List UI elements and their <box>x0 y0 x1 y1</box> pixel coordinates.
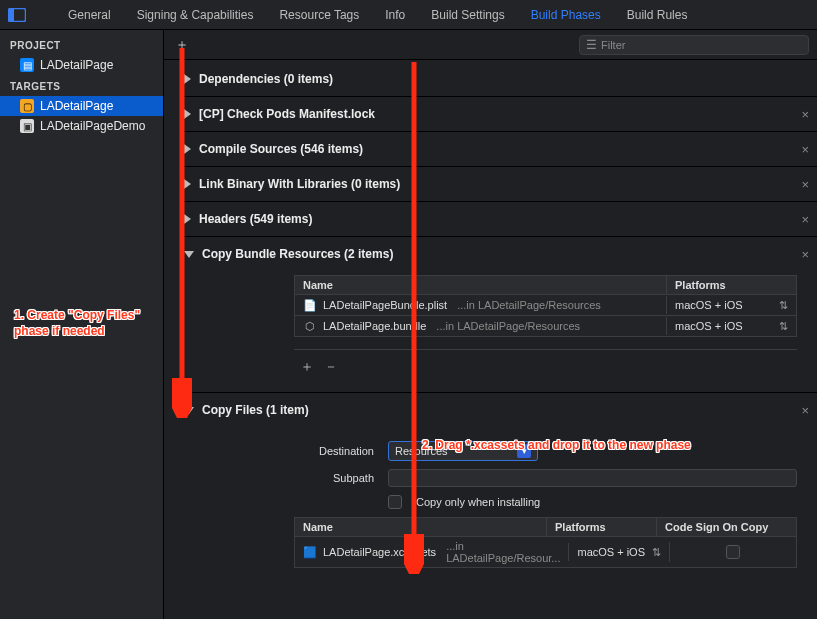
destination-select[interactable]: Resources ▾ <box>388 441 538 461</box>
tab-build-phases[interactable]: Build Phases <box>531 8 601 22</box>
file-name: LADetailPage.xcassets <box>323 546 436 558</box>
copy-bundle-header: Name Platforms <box>294 275 797 295</box>
phase-title: Headers (549 items) <box>199 212 312 226</box>
disclosure-icon[interactable] <box>184 144 191 154</box>
filter-icon: ☰ <box>586 38 597 52</box>
bundle-icon: ⬡ <box>303 319 317 333</box>
phase-title: Dependencies (0 items) <box>199 72 333 86</box>
disclosure-icon[interactable] <box>184 179 191 189</box>
tab-signing[interactable]: Signing & Capabilities <box>137 8 254 22</box>
platforms-value: macOS + iOS <box>675 299 743 311</box>
disclosure-icon[interactable] <box>184 407 194 414</box>
phase-title: Link Binary With Libraries (0 items) <box>199 177 400 191</box>
subpath-input[interactable] <box>388 469 797 487</box>
phases-list: Dependencies (0 items) [CP] Check Pods M… <box>164 60 817 619</box>
plist-icon: 📄 <box>303 298 317 312</box>
copy-files-body: Destination Resources ▾ Subpath Copy onl… <box>294 441 797 568</box>
file-path: ...in LADetailPage/Resources <box>436 320 580 332</box>
disclosure-icon[interactable] <box>184 214 191 224</box>
tab-info[interactable]: Info <box>385 8 405 22</box>
copy-only-row: Copy only when installing <box>294 495 797 509</box>
file-path: ...in LADetailPage/Resources <box>457 299 601 311</box>
destination-row: Destination Resources ▾ <box>294 441 797 461</box>
copy-files-header: Name Platforms Code Sign On Copy <box>294 517 797 537</box>
phase-dependencies[interactable]: Dependencies (0 items) <box>180 62 817 97</box>
subpath-label: Subpath <box>294 472 374 484</box>
filter-field[interactable]: ☰ <box>579 35 809 55</box>
sidebar-target-label: LADetailPageDemo <box>40 119 145 133</box>
add-item-button[interactable]: ＋ <box>300 358 314 376</box>
xcodeproj-icon: ▤ <box>20 58 34 72</box>
copy-only-checkbox[interactable] <box>388 495 402 509</box>
col-name: Name <box>295 518 546 536</box>
col-platforms: Platforms <box>666 276 796 294</box>
file-name: LADetailPage.bundle <box>323 320 426 332</box>
platforms-value: macOS + iOS <box>577 546 645 558</box>
remove-phase-button[interactable]: × <box>801 403 809 418</box>
col-platforms: Platforms <box>546 518 656 536</box>
copy-only-label: Copy only when installing <box>416 496 540 508</box>
sidebar-targets-heading: TARGETS <box>0 75 163 96</box>
table-row[interactable]: 📄 LADetailPageBundle.plist ...in LADetai… <box>294 295 797 316</box>
table-row[interactable]: ⬡ LADetailPage.bundle ...in LADetailPage… <box>294 316 797 337</box>
tab-resource-tags[interactable]: Resource Tags <box>279 8 359 22</box>
editor-tabbar: General Signing & Capabilities Resource … <box>0 0 817 30</box>
phase-headers[interactable]: Headers (549 items) × <box>180 202 817 237</box>
sidebar-toggle-icon[interactable] <box>6 6 28 24</box>
phase-title: Copy Files (1 item) <box>202 403 309 417</box>
phase-copy-files[interactable]: Copy Files (1 item) × Destination Resour… <box>180 393 817 582</box>
sidebar-target-ladetailpage[interactable]: ▢ LADetailPage <box>0 96 163 116</box>
chevron-updown-icon: ▾ <box>517 444 531 458</box>
sidebar-target-ladetailpagedemo[interactable]: ▣ LADetailPageDemo <box>0 116 163 136</box>
disclosure-icon[interactable] <box>184 109 191 119</box>
sidebar-project-item[interactable]: ▤ LADetailPage <box>0 55 163 75</box>
add-phase-button[interactable]: ＋ <box>172 35 192 55</box>
file-name: LADetailPageBundle.plist <box>323 299 447 311</box>
platforms-value: macOS + iOS <box>675 320 743 332</box>
col-name: Name <box>295 276 666 294</box>
phase-link-binary[interactable]: Link Binary With Libraries (0 items) × <box>180 167 817 202</box>
disclosure-icon[interactable] <box>184 251 194 258</box>
phase-cp-pods[interactable]: [CP] Check Pods Manifest.lock × <box>180 97 817 132</box>
sidebar-project-heading: PROJECT <box>0 34 163 55</box>
target-tabs: General Signing & Capabilities Resource … <box>28 8 817 22</box>
svg-rect-1 <box>9 9 14 21</box>
remove-phase-button[interactable]: × <box>801 247 809 262</box>
remove-item-button[interactable]: － <box>324 358 338 376</box>
tab-general[interactable]: General <box>68 8 111 22</box>
disclosure-icon[interactable] <box>184 74 191 84</box>
phase-compile-sources[interactable]: Compile Sources (546 items) × <box>180 132 817 167</box>
table-row[interactable]: 🟦 LADetailPage.xcassets ...in LADetailPa… <box>294 537 797 568</box>
target-sidebar: PROJECT ▤ LADetailPage TARGETS ▢ LADetai… <box>0 30 164 619</box>
remove-phase-button[interactable]: × <box>801 177 809 192</box>
phase-copy-bundle-resources[interactable]: Copy Bundle Resources (2 items) × Name P… <box>180 237 817 393</box>
col-code-sign: Code Sign On Copy <box>656 518 796 536</box>
app-icon: ▣ <box>20 119 34 133</box>
destination-value: Resources <box>395 445 448 457</box>
remove-phase-button[interactable]: × <box>801 212 809 227</box>
subpath-row: Subpath <box>294 469 797 487</box>
tab-build-settings[interactable]: Build Settings <box>431 8 504 22</box>
sidebar-project-label: LADetailPage <box>40 58 113 72</box>
remove-phase-button[interactable]: × <box>801 107 809 122</box>
xcassets-icon: 🟦 <box>303 545 317 559</box>
tab-build-rules[interactable]: Build Rules <box>627 8 688 22</box>
row-toolbar: ＋ － <box>294 349 797 378</box>
remove-phase-button[interactable]: × <box>801 142 809 157</box>
copy-bundle-body: Name Platforms 📄 LADetailPageBundle.plis… <box>294 275 797 378</box>
code-sign-checkbox[interactable] <box>726 545 740 559</box>
phases-toolbar: ＋ ☰ <box>164 30 817 60</box>
destination-label: Destination <box>294 445 374 457</box>
build-phases-panel: ＋ ☰ Dependencies (0 items) [CP] Check Po… <box>164 30 817 619</box>
phase-title: Copy Bundle Resources (2 items) <box>202 247 393 261</box>
filter-input[interactable] <box>601 39 802 51</box>
phase-title: [CP] Check Pods Manifest.lock <box>199 107 375 121</box>
file-path: ...in LADetailPage/Resour... <box>446 540 560 564</box>
framework-icon: ▢ <box>20 99 34 113</box>
phase-title: Compile Sources (546 items) <box>199 142 363 156</box>
sidebar-target-label: LADetailPage <box>40 99 113 113</box>
